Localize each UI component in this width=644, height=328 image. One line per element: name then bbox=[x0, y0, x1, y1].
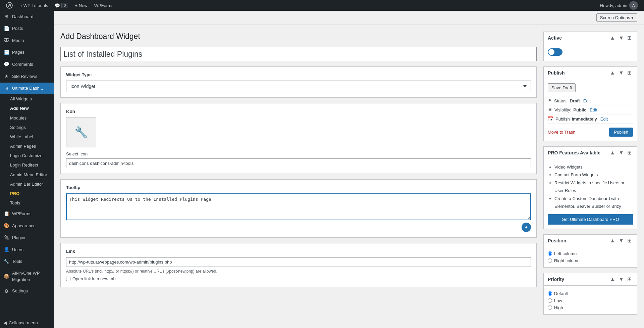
page-content: Add Dashboard Widget Widget Type Icon Wi… bbox=[54, 25, 644, 328]
posts-icon: 📄 bbox=[3, 26, 9, 32]
position-left-label[interactable]: Left column bbox=[548, 251, 633, 256]
sidebar-item-tools2[interactable]: 🔧 Tools bbox=[0, 256, 54, 268]
pro-collapse-down[interactable]: ▼ bbox=[617, 149, 625, 156]
sidebar-item-admin-bar-editor[interactable]: Admin Bar Editor bbox=[10, 180, 54, 189]
tooltip-textarea[interactable]: This Widget Redirects Us to the Installe… bbox=[66, 193, 531, 220]
position-title: Position bbox=[548, 238, 607, 243]
icon-input[interactable] bbox=[66, 158, 531, 168]
sidebar-item-modules[interactable]: Modules bbox=[10, 113, 54, 123]
status-edit-link[interactable]: Edit bbox=[583, 98, 591, 103]
sidebar-item-login-customizer[interactable]: Login Customizer bbox=[10, 151, 54, 160]
status-row: ⚑ Status: Draft Edit bbox=[548, 96, 633, 105]
move-to-trash-link[interactable]: Move to Trash bbox=[548, 130, 575, 135]
screen-options-button[interactable]: Screen Options ▾ bbox=[596, 13, 637, 22]
sidebar-item-settings2[interactable]: ⚙ Settings bbox=[0, 285, 54, 297]
widget-title-input[interactable] bbox=[60, 47, 537, 61]
ultimate-dash-icon: ⊡ bbox=[3, 85, 9, 92]
publish-title: Publish bbox=[548, 70, 607, 76]
save-draft-button[interactable]: Save Draft bbox=[548, 83, 576, 92]
sidebar-item-pro[interactable]: PRO bbox=[10, 189, 54, 198]
pro-pin[interactable]: ⊞ bbox=[626, 149, 633, 156]
sidebar-item-posts[interactable]: 📄 Posts bbox=[0, 23, 54, 35]
position-left-radio[interactable] bbox=[548, 251, 552, 256]
comments-link[interactable]: 💬 0 bbox=[51, 0, 71, 11]
publish-date-edit-link[interactable]: Edit bbox=[600, 116, 608, 122]
publish-button[interactable]: Publish bbox=[609, 128, 633, 137]
position-collapse-down[interactable]: ▼ bbox=[617, 237, 625, 244]
active-pin[interactable]: ⊞ bbox=[626, 35, 633, 41]
priority-low-radio[interactable] bbox=[548, 298, 552, 303]
sidebar-item-plugins[interactable]: 🔌 Plugins bbox=[0, 232, 54, 244]
svg-text:W: W bbox=[8, 3, 11, 7]
position-collapse-up[interactable]: ▲ bbox=[608, 237, 616, 244]
appearance-icon: 🎨 bbox=[3, 223, 9, 229]
wp-logo[interactable]: W bbox=[3, 0, 16, 11]
sidebar-item-site-reviews[interactable]: ★ Site Reviews bbox=[0, 71, 54, 83]
status-icon: ⚑ bbox=[548, 98, 552, 103]
media-icon: 🖼 bbox=[3, 37, 9, 44]
get-pro-button[interactable]: Get Ultimate Dashboard PRO bbox=[548, 214, 633, 225]
sidebar-item-white-label[interactable]: White Label bbox=[10, 132, 54, 142]
active-collapse-up[interactable]: ▲ bbox=[608, 35, 616, 41]
priority-pin[interactable]: ⊞ bbox=[626, 276, 633, 283]
sidebar-item-users[interactable]: 👤 Users bbox=[0, 244, 54, 256]
plugins-icon: 🔌 bbox=[3, 235, 9, 241]
priority-high-label[interactable]: High bbox=[548, 305, 633, 310]
active-collapse-down[interactable]: ▼ bbox=[617, 35, 625, 41]
sidebar-item-all-widgets[interactable]: All Widgets bbox=[10, 94, 54, 104]
active-toggle[interactable] bbox=[548, 48, 562, 56]
priority-default-label[interactable]: Default bbox=[548, 291, 633, 296]
tooltip-ai-button[interactable]: ✦ bbox=[522, 223, 531, 232]
position-right-label[interactable]: Right column bbox=[548, 258, 633, 263]
main-column: Add Dashboard Widget Widget Type Icon Wi… bbox=[60, 32, 537, 321]
sidebar-item-settings[interactable]: Settings bbox=[10, 123, 54, 132]
main-layout: ⊞ Dashboard 📄 Posts 🖼 Media 📃 Pages 💬 bbox=[0, 11, 644, 328]
pro-features-title: PRO Features Available bbox=[548, 150, 607, 155]
sidebar-item-add-new[interactable]: Add New bbox=[10, 104, 54, 113]
priority-meta-box: Priority ▲ ▼ ⊞ Default bbox=[543, 273, 637, 315]
widget-type-label: Widget Type bbox=[66, 72, 531, 77]
sidebar-item-dashboard[interactable]: ⊞ Dashboard bbox=[0, 11, 54, 23]
new-tab-checkbox[interactable] bbox=[66, 277, 70, 281]
sidebar-item-admin-menu-editor[interactable]: Admin Menu Editor bbox=[10, 170, 54, 180]
wpforms-link[interactable]: WPForms bbox=[91, 0, 117, 11]
pro-collapse-up[interactable]: ▲ bbox=[608, 149, 616, 156]
widget-type-section: Widget Type Icon Widget Text Widget Char… bbox=[60, 66, 537, 98]
position-meta-box: Position ▲ ▼ ⊞ Left column bbox=[543, 234, 637, 268]
position-pin[interactable]: ⊞ bbox=[626, 237, 633, 244]
new-content[interactable]: + New bbox=[71, 0, 91, 11]
priority-collapse-up[interactable]: ▲ bbox=[608, 276, 616, 283]
sidebar-item-pages[interactable]: 📃 Pages bbox=[0, 47, 54, 59]
tooltip-section: Tooltip This Widget Redirects Us to the … bbox=[60, 179, 537, 238]
icon-section: Icon 🔧 Select Icon bbox=[60, 103, 537, 174]
priority-low-label[interactable]: Low bbox=[548, 298, 633, 303]
sidebar-item-ultimate-dash[interactable]: ⊡ Ultimate Dash... bbox=[0, 83, 54, 95]
sidebar-item-login-redirect[interactable]: Login Redirect bbox=[10, 160, 54, 170]
sidebar-item-appearance[interactable]: 🎨 Appearance bbox=[0, 220, 54, 232]
priority-default-radio[interactable] bbox=[548, 291, 552, 296]
new-tab-checkbox-label[interactable]: Open link in a new tab. bbox=[66, 276, 531, 281]
priority-collapse-down[interactable]: ▼ bbox=[617, 276, 625, 283]
sidebar-item-comments[interactable]: 💬 Comments bbox=[0, 58, 54, 71]
collapse-menu[interactable]: ◀ Collapse menu bbox=[0, 318, 54, 328]
pages-icon: 📃 bbox=[3, 49, 9, 56]
user-menu[interactable]: Howdy, admin A bbox=[597, 1, 641, 10]
tools-icon: 🔧 bbox=[3, 259, 9, 265]
publish-collapse-down[interactable]: ▼ bbox=[617, 69, 625, 76]
sidebar-item-media[interactable]: 🖼 Media bbox=[0, 35, 54, 47]
sidebar-item-admin-pages[interactable]: Admin Pages bbox=[10, 142, 54, 151]
sidebar-item-wpforms[interactable]: 📋 WPForms bbox=[0, 208, 54, 220]
sidebar-item-all-in-one[interactable]: 📦 All-in-One WP Migration bbox=[0, 268, 54, 285]
publish-collapse-up[interactable]: ▲ bbox=[608, 69, 616, 76]
position-right-radio[interactable] bbox=[548, 259, 552, 263]
select-icon-label: Select Icon bbox=[66, 151, 531, 156]
site-name[interactable]: ⌂ WP Tutorials bbox=[16, 0, 51, 11]
publish-pin[interactable]: ⊞ bbox=[626, 69, 633, 76]
link-input[interactable] bbox=[66, 257, 531, 267]
visibility-edit-link[interactable]: Edit bbox=[590, 107, 597, 112]
priority-high-radio[interactable] bbox=[548, 306, 552, 310]
sidebar-item-tools[interactable]: Tools bbox=[10, 198, 54, 208]
publish-body: Save Draft ⚑ Status: Draft Edit 👁 Visibi… bbox=[544, 79, 637, 141]
widget-type-select[interactable]: Icon Widget Text Widget Chart Widget Lis… bbox=[66, 81, 531, 92]
pro-feature-item: Restrict Widgets to specific Users or Us… bbox=[554, 179, 633, 195]
